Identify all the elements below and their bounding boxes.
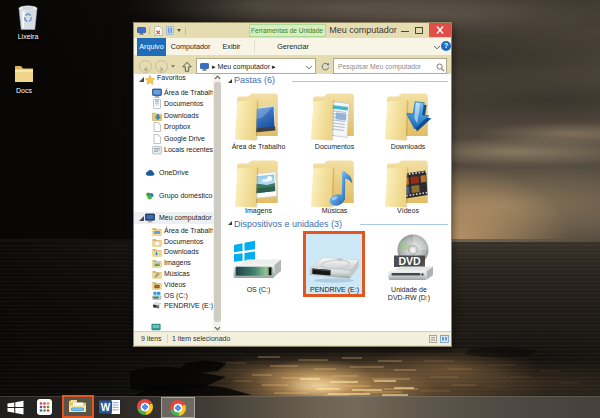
svg-text:W: W xyxy=(101,402,111,413)
svg-text:DVD: DVD xyxy=(398,255,421,267)
